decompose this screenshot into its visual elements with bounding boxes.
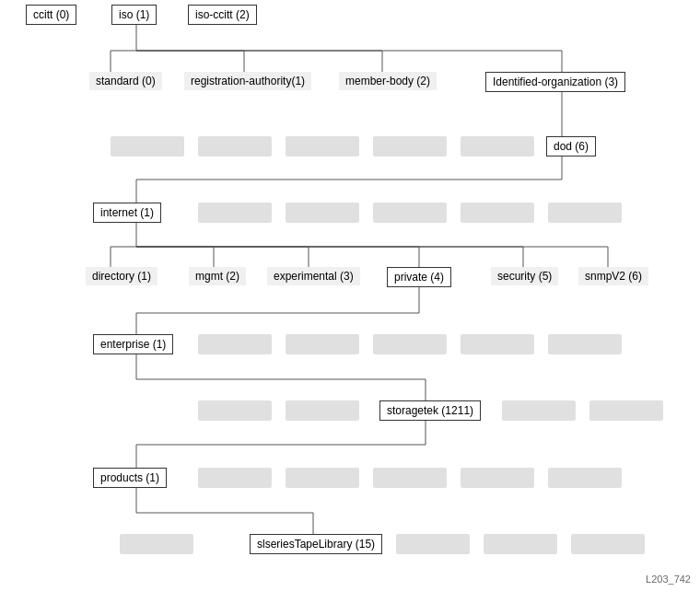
node-member-body[interactable]: member-body (2) — [339, 72, 437, 90]
ghost-node — [286, 400, 359, 421]
node-enterprise[interactable]: enterprise (1) — [93, 334, 173, 354]
ghost-node — [111, 136, 184, 157]
ghost-node — [589, 400, 663, 421]
ghost-node — [571, 534, 645, 554]
ghost-node — [502, 400, 576, 421]
ghost-node — [286, 203, 359, 223]
node-directory[interactable]: directory (1) — [86, 267, 158, 285]
ghost-node — [373, 468, 447, 488]
ghost-node — [198, 468, 272, 488]
ghost-node — [286, 468, 359, 488]
ghost-node — [461, 468, 534, 488]
ghost-node — [198, 203, 272, 223]
ghost-node — [286, 334, 359, 354]
watermark-label: L203_742 — [646, 574, 691, 585]
node-experimental[interactable]: experimental (3) — [267, 267, 360, 285]
ghost-node — [286, 136, 359, 157]
ghost-node — [548, 334, 622, 354]
node-ccitt[interactable]: ccitt (0) — [26, 5, 76, 25]
node-security[interactable]: security (5) — [491, 267, 558, 285]
ghost-node — [548, 468, 622, 488]
ghost-node — [198, 400, 272, 421]
ghost-node — [461, 136, 534, 157]
node-registration-authority[interactable]: registration-authority(1) — [184, 72, 311, 90]
ghost-node — [120, 534, 193, 554]
ghost-node — [198, 136, 272, 157]
ghost-node — [461, 334, 534, 354]
oid-tree-diagram: ccitt (0) iso (1) iso-ccitt (2) standard… — [0, 0, 700, 589]
node-dod[interactable]: dod (6) — [546, 136, 596, 157]
node-products[interactable]: products (1) — [93, 468, 167, 488]
node-storagetek[interactable]: storagetek (1211) — [379, 400, 481, 421]
ghost-node — [484, 534, 557, 554]
ghost-node — [373, 136, 447, 157]
ghost-node — [373, 203, 447, 223]
node-mgmt[interactable]: mgmt (2) — [189, 267, 246, 285]
node-slseries-tape-library[interactable]: slseriesTapeLibrary (15) — [250, 534, 382, 554]
node-iso-ccitt[interactable]: iso-ccitt (2) — [188, 5, 257, 25]
node-iso[interactable]: iso (1) — [111, 5, 157, 25]
node-standard[interactable]: standard (0) — [89, 72, 162, 90]
node-internet[interactable]: internet (1) — [93, 203, 161, 223]
ghost-node — [548, 203, 622, 223]
ghost-node — [461, 203, 534, 223]
node-private[interactable]: private (4) — [387, 267, 451, 287]
node-identified-organization[interactable]: Identified-organization (3) — [485, 72, 625, 92]
ghost-node — [198, 334, 272, 354]
ghost-node — [396, 534, 470, 554]
node-snmpv2[interactable]: snmpV2 (6) — [578, 267, 648, 285]
ghost-node — [373, 334, 447, 354]
